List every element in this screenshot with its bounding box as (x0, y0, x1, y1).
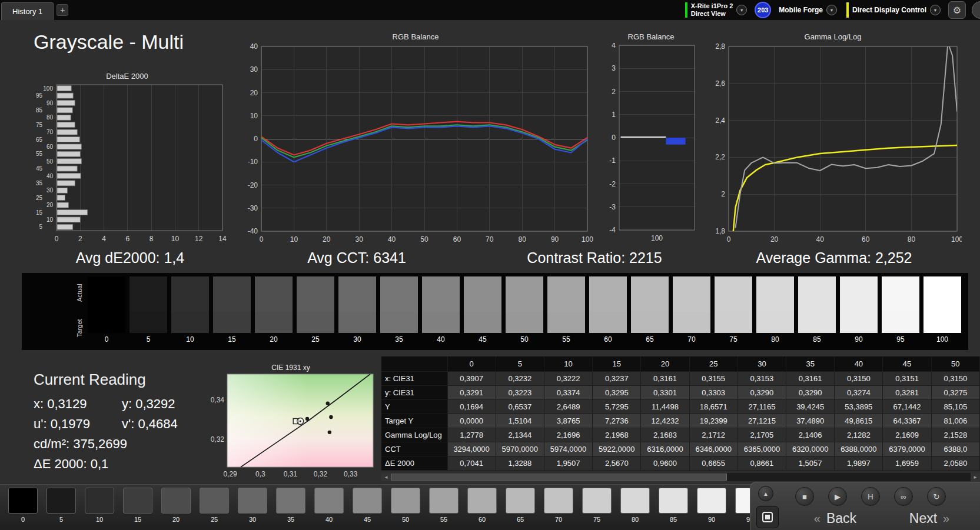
chevron-down-icon[interactable]: ▼ (826, 5, 837, 15)
scroll-right-button[interactable]: ► (971, 473, 980, 481)
swatch-level-label: 100 (923, 333, 961, 346)
pattern-level-button[interactable]: 15 (123, 488, 152, 523)
pattern-level-label: 65 (517, 516, 524, 523)
gray-swatch (715, 276, 752, 333)
swatch-target (129, 312, 167, 333)
pattern-level-button[interactable]: 30 (238, 488, 267, 523)
display-control-selector[interactable]: Direct Display Control ▼ (845, 1, 942, 19)
history-tab[interactable]: History 1 (1, 2, 54, 20)
svg-text:0,33: 0,33 (344, 470, 358, 478)
reading-y-value: 0,3292 (135, 396, 175, 411)
pattern-level-button[interactable]: 65 (506, 488, 535, 523)
stop-button[interactable]: ■ (795, 487, 814, 506)
table-row: y: CIE310,32910,32230,33740,32950,33010,… (381, 385, 980, 399)
swatch-actual (798, 276, 836, 312)
pattern-level-button[interactable]: 50 (391, 488, 420, 523)
table-cell: 27,1215 (738, 414, 786, 428)
svg-text:2,4: 2,4 (715, 116, 725, 125)
table-cell: 0,3301 (641, 385, 689, 399)
chevron-down-icon[interactable]: ▼ (736, 5, 747, 15)
table-cell: 0,3150 (931, 371, 979, 385)
column-header: 20 (641, 356, 689, 371)
table-cell: 6316,0000 (641, 442, 689, 456)
settings-button[interactable]: ⚙ (948, 1, 966, 19)
table-row: x: CIE310,39070,32320,32220,32370,31610,… (381, 371, 980, 385)
swatch-level-label: 60 (589, 333, 627, 346)
swatch-actual (547, 276, 585, 312)
svg-text:80: 80 (46, 114, 54, 121)
pattern-level-button[interactable]: 55 (429, 488, 459, 523)
svg-text:0: 0 (260, 235, 264, 244)
refresh-button[interactable]: ↻ (927, 487, 946, 506)
pattern-window-button[interactable] (756, 506, 779, 528)
gray-swatch (798, 276, 836, 333)
continuous-measure-button[interactable]: ∞ (894, 487, 913, 506)
column-header: 50 (931, 356, 979, 371)
reading-deltae-value: 0,1 (91, 456, 109, 471)
svg-text:0,29: 0,29 (223, 470, 237, 478)
svg-text:20: 20 (46, 202, 54, 208)
gray-swatch (338, 276, 376, 333)
chevron-down-icon[interactable]: ▼ (930, 5, 941, 15)
pattern-level-button[interactable]: 0 (8, 488, 38, 523)
swatch-actual (506, 276, 543, 312)
pattern-level-button[interactable]: 20 (161, 488, 191, 523)
table-scrollbar[interactable]: ◄ ► (381, 473, 980, 481)
swatch-column: 5 (129, 276, 167, 346)
deltae-plot: 0246810121410095908580757065605550454035… (24, 82, 231, 248)
table-cell: 2,0580 (931, 456, 979, 470)
swatch-level-label: 45 (464, 333, 501, 346)
topbar-controls: X-Rite i1Pro 2 Direct View ▼ 203 Mobile … (683, 0, 980, 20)
pattern-patch (85, 488, 114, 514)
pattern-level-button[interactable]: 80 (620, 488, 650, 523)
stat-contrast-ratio: Contrast Ratio: 2215 (527, 249, 662, 266)
gray-swatch (506, 276, 543, 333)
pattern-level-button[interactable]: 35 (276, 488, 305, 523)
edge-panel-button[interactable] (972, 1, 980, 19)
swatch-target (171, 312, 209, 333)
svg-text:2: 2 (612, 88, 616, 96)
pattern-level-button[interactable]: 90 (697, 488, 726, 523)
row-label: Gamma Log/Log (381, 428, 447, 442)
svg-text:30: 30 (250, 65, 258, 74)
scrollbar-thumb[interactable] (391, 474, 727, 481)
back-button[interactable]: « Back (788, 508, 882, 528)
pattern-level-button[interactable]: 10 (85, 488, 114, 523)
meter-selector[interactable]: X-Rite i1Pro 2 Direct View ▼ (683, 1, 749, 19)
swatch-column: 0 (88, 276, 125, 346)
pattern-source-selector[interactable]: Mobile Forge ▼ (777, 1, 839, 19)
pattern-patch (353, 488, 382, 514)
table-cell: 0,3237 (593, 371, 641, 385)
next-button[interactable]: Next » (882, 508, 976, 528)
svg-text:100: 100 (951, 235, 962, 244)
meter-label: X-Rite i1Pro 2 Direct View (691, 2, 733, 18)
pattern-level-button[interactable]: 75 (582, 488, 612, 523)
pattern-level-button[interactable]: 25 (200, 488, 229, 523)
add-tab-button[interactable]: + (57, 4, 68, 16)
pattern-level-button[interactable]: 70 (544, 488, 573, 523)
table-row: Gamma Log/Log1,27782,13442,16962,19682,1… (381, 428, 980, 442)
pattern-level-button[interactable]: 85 (659, 488, 688, 523)
pattern-patch (238, 488, 267, 514)
pattern-level-button[interactable]: 45 (353, 488, 382, 523)
gray-swatch (756, 276, 794, 333)
eject-button[interactable]: ▲ (758, 486, 773, 501)
chart-cie-title: CIE 1931 xy (205, 364, 377, 373)
scrollbar-track[interactable] (391, 473, 971, 481)
swatch-column: 15 (213, 276, 251, 346)
table-cell: 1,3288 (496, 456, 544, 470)
swatch-column: 95 (882, 276, 919, 346)
play-button[interactable]: ▶ (828, 487, 847, 506)
swatch-column: 30 (338, 276, 376, 346)
svg-text:0,32: 0,32 (211, 435, 225, 444)
svg-text:0,31: 0,31 (284, 470, 298, 478)
levels-button[interactable]: H (861, 487, 880, 506)
svg-text:-40: -40 (248, 227, 258, 235)
back-chevron-icon: « (814, 512, 820, 525)
svg-text:-4: -4 (609, 226, 616, 234)
pattern-level-button[interactable]: 60 (467, 488, 497, 523)
pattern-level-button[interactable]: 5 (46, 488, 76, 523)
scroll-left-button[interactable]: ◄ (381, 473, 391, 481)
pattern-level-button[interactable]: 40 (314, 488, 344, 523)
svg-text:-3: -3 (609, 203, 616, 211)
